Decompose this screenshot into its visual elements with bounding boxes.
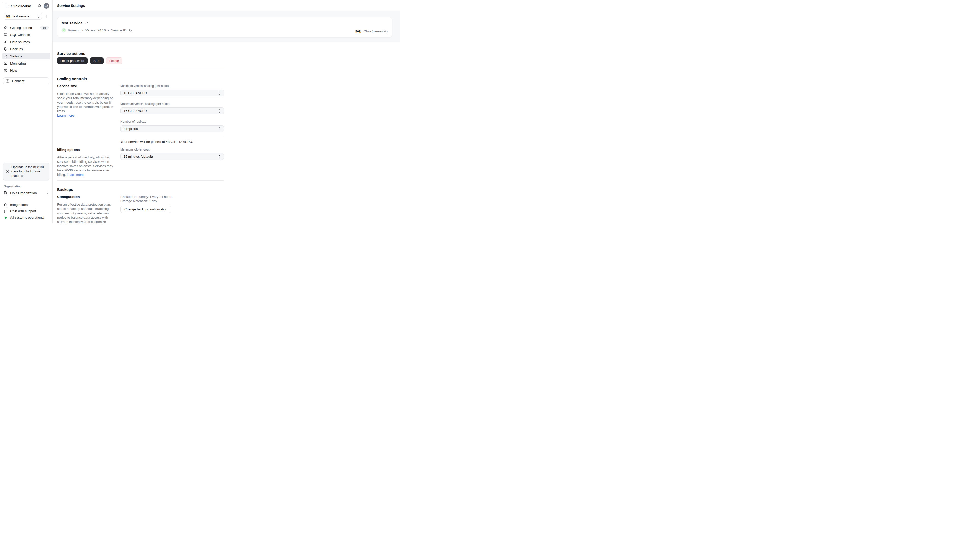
history-icon	[3, 47, 8, 51]
chart-icon	[3, 61, 8, 65]
sidebar-item-getting-started[interactable]: Getting started 1/5	[2, 24, 50, 31]
region-info: aws Ohio (us-east-2)	[355, 29, 388, 33]
region-label: Ohio (us-east-2)	[364, 29, 388, 33]
service-name: test service	[62, 21, 83, 25]
backup-configuration-title: Configuration	[57, 195, 121, 199]
add-service-button[interactable]	[45, 14, 49, 18]
service-size-title: Service size	[57, 84, 121, 88]
backups-title: Backups	[57, 187, 224, 192]
connect-button[interactable]: Connect	[3, 77, 49, 84]
sidebar-item-label: Settings	[10, 54, 22, 58]
sidebar-divider	[0, 199, 52, 199]
idle-timeout-value: 15 minutes (default)	[124, 154, 153, 159]
status-green-dot	[5, 216, 6, 219]
stop-button[interactable]: Stop	[90, 57, 103, 64]
service-id-label: Service ID	[111, 28, 126, 32]
sidebar-item-sql-console[interactable]: SQL Console	[2, 31, 50, 38]
edit-service-name-icon[interactable]	[85, 21, 89, 25]
notifications-bell-icon[interactable]	[38, 4, 41, 8]
min-scaling-value: 16 GiB, 4 vCPU	[124, 91, 147, 95]
sidebar-item-chat-support[interactable]: Chat with support	[0, 208, 52, 214]
min-scaling-select[interactable]: 16 GiB, 4 vCPU	[121, 89, 224, 97]
chat-bubble-icon	[3, 209, 8, 213]
max-scaling-label: Maximum vertical scaling (per node)	[121, 102, 224, 106]
sidebar: ClickHouse DA aws test service	[0, 0, 52, 223]
sidebar-item-label: Data sources	[10, 40, 30, 44]
brand-name: ClickHouse	[11, 4, 31, 8]
replicas-value: 3 replicas	[124, 127, 138, 130]
max-scaling-select[interactable]: 16 GiB, 4 vCPU	[121, 107, 224, 114]
chevron-updown-icon	[218, 91, 221, 95]
service-size-description: ClickHouse Cloud will automatically scal…	[57, 92, 113, 113]
svg-text:aws: aws	[6, 14, 10, 17]
puzzle-icon	[3, 203, 8, 207]
user-avatar[interactable]: DA	[44, 3, 49, 9]
aws-logo-icon: aws	[355, 29, 361, 33]
scaling-controls-title: Scaling controls	[57, 76, 224, 81]
sidebar-item-backups[interactable]: Backups	[2, 46, 50, 52]
service-selector[interactable]: aws test service	[3, 13, 42, 20]
idle-timeout-label: Minimum idle timeout	[121, 148, 224, 151]
sidebar-item-label: Getting started	[10, 26, 32, 30]
service-selector-row: aws test service	[0, 11, 52, 22]
pinned-capacity-note: Your service will be pinned at 48 GiB, 1…	[121, 140, 224, 144]
reset-password-button[interactable]: Reset password	[57, 57, 88, 64]
max-scaling-value: 16 GiB, 4 vCPU	[124, 109, 147, 113]
upgrade-notice-text: Upgrade in the next 30 days to unlock mo…	[11, 165, 47, 178]
section-divider	[57, 180, 224, 181]
rocket-icon	[3, 25, 8, 30]
backup-retention: Storage Retention: 1 day	[121, 199, 224, 203]
chevron-updown-icon	[37, 14, 40, 18]
clickhouse-logo-icon	[3, 3, 9, 8]
delete-button[interactable]: Delete	[106, 57, 123, 64]
replicas-select[interactable]: 3 replicas	[121, 125, 224, 132]
organization-switcher[interactable]: DA's Organization	[0, 189, 52, 197]
sidebar-item-label: Help	[10, 68, 17, 72]
footer-item-label: Integrations	[10, 203, 27, 207]
connect-label: Connect	[12, 79, 24, 83]
idle-timeout-select[interactable]: 15 minutes (default)	[121, 153, 224, 160]
sidebar-item-monitoring[interactable]: Monitoring	[2, 60, 50, 67]
chevron-right-icon	[47, 192, 49, 194]
chevron-updown-icon	[218, 109, 221, 113]
sidebar-item-help[interactable]: Help	[2, 67, 50, 74]
change-backup-configuration-button[interactable]: Change backup configuration	[121, 206, 171, 213]
backup-frequency: Backup Frequency: Every 24 hours	[121, 195, 224, 199]
idling-learn-more-link[interactable]: Learn more	[67, 173, 84, 177]
page-header: Service Settings	[52, 0, 400, 11]
meta-bullet: •	[108, 28, 109, 32]
chevron-updown-icon	[218, 127, 221, 130]
sidebar-item-integrations[interactable]: Integrations	[0, 202, 52, 208]
selected-service-name: test service	[13, 14, 35, 18]
scaling-learn-more-link[interactable]: Learn more	[57, 113, 115, 118]
sidebar-item-data-sources[interactable]: Data sources	[2, 38, 50, 45]
service-header-band: test service Running • Version 24.10	[52, 11, 400, 42]
settings-content: Service actions Reset password Stop Dele…	[52, 42, 400, 223]
orbit-icon	[3, 40, 8, 44]
idling-description: After a period of inactivity, allow this…	[57, 155, 113, 177]
building-icon	[3, 191, 8, 195]
sidebar-item-label: SQL Console	[10, 33, 30, 37]
copy-service-id-icon[interactable]	[129, 29, 132, 32]
connect-wifi-icon	[6, 79, 10, 83]
system-status-link[interactable]: All systems operational	[0, 214, 52, 221]
sidebar-header: ClickHouse DA	[0, 0, 52, 11]
sidebar-item-settings[interactable]: Settings	[2, 53, 50, 59]
footer-item-label: Chat with support	[10, 209, 36, 213]
aws-logo-icon: aws	[6, 14, 11, 18]
min-scaling-label: Minimum vertical scaling (per node)	[121, 84, 224, 88]
meta-bullet: •	[82, 28, 83, 32]
help-circle-icon	[3, 68, 8, 72]
service-summary-card: test service Running • Version 24.10	[57, 17, 392, 37]
backup-description: For an effective data protection plan, s…	[57, 202, 115, 223]
service-status: Running	[68, 28, 80, 32]
system-status-label: All systems operational	[10, 216, 45, 219]
replicas-label: Number of replicas	[121, 120, 224, 124]
svg-text:aws: aws	[355, 29, 361, 32]
replicas-divider	[121, 136, 224, 137]
running-status-icon	[62, 28, 66, 32]
sliders-icon	[3, 54, 8, 58]
clock-icon	[6, 170, 10, 173]
chevron-updown-icon	[218, 155, 221, 159]
organization-section-label: Organization	[0, 184, 52, 189]
